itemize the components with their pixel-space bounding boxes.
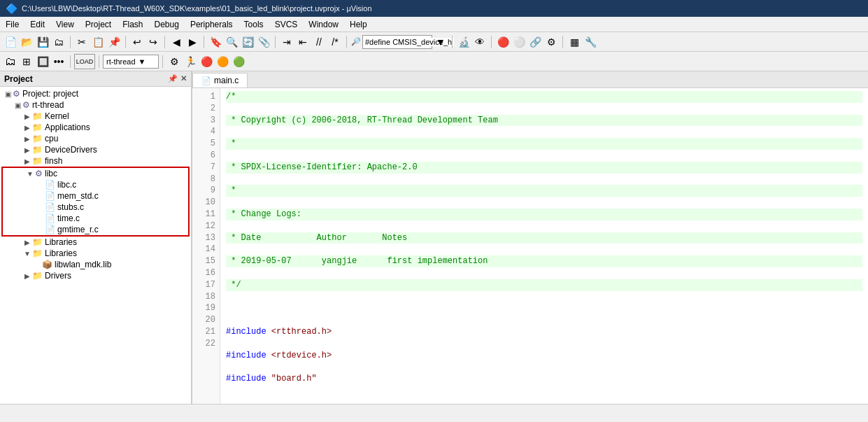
expand-kernel[interactable]: ▶ [22, 113, 32, 120]
expand-applications[interactable]: ▶ [22, 124, 32, 132]
expand-root[interactable]: ▣ [3, 90, 13, 98]
undo-btn[interactable]: ↩ [129, 34, 145, 50]
save-all-btn[interactable]: 🗂 [51, 34, 66, 50]
tree-gmtime-r-c[interactable]: 📄 gmtime_r.c [3, 224, 188, 235]
tree-stubs-c[interactable]: 📄 stubs.c [3, 202, 188, 213]
save-btn[interactable]: 💾 [35, 34, 50, 50]
menu-svcs[interactable]: SVCS [269, 18, 304, 31]
tab-main-c[interactable]: 📄 main.c [192, 73, 248, 87]
download-btn[interactable]: 🔗 [527, 34, 543, 50]
tree-finsh-label: finsh [45, 156, 62, 166]
build-target-dropdown[interactable]: rt-thread ▼ [103, 55, 159, 69]
tree-root[interactable]: ▣ ⚙ Project: project [0, 88, 191, 99]
tree-libwlan[interactable]: 📦 libwlan_mdk.lib [0, 259, 191, 270]
grid-btn[interactable]: ⊞ [19, 54, 34, 69]
new-file-btn[interactable]: 📄 [3, 34, 18, 50]
toolbar-edit-group: ✂ 📋 📌 [74, 34, 122, 50]
menu-window[interactable]: Window [303, 18, 344, 31]
pin-icon[interactable]: 📌 [168, 74, 178, 83]
tree-mem-std-c[interactable]: 📄 mem_std.c [3, 190, 188, 202]
watch-btn[interactable]: 👁 [472, 34, 488, 50]
settings-btn[interactable]: ⚙ [543, 34, 559, 50]
tree-stubs-label: stubs.c [57, 202, 84, 212]
menu-project[interactable]: Project [80, 18, 117, 31]
menu-file[interactable]: File [0, 18, 24, 31]
uncomment-btn[interactable]: /* [327, 34, 343, 50]
tree-rtthread[interactable]: ▣ ⚙ rt-thread [0, 99, 191, 111]
open-btn[interactable]: 📂 [19, 34, 34, 50]
copy-btn[interactable]: 📋 [90, 34, 106, 50]
tree-drivers[interactable]: ▶ 📁 Drivers [0, 270, 191, 281]
window-btn[interactable]: ▦ [567, 34, 582, 50]
load-btn[interactable]: LOAD [74, 54, 95, 69]
replace-btn[interactable]: 🔄 [240, 34, 255, 50]
config-btn[interactable]: ⚙ [166, 54, 182, 69]
redo-btn[interactable]: ↪ [145, 34, 161, 50]
root-gear-icon: ⚙ [13, 89, 20, 99]
build-btn[interactable]: 🔴 [495, 34, 511, 50]
define-search-btn[interactable]: ▼ [433, 34, 448, 50]
tree-libc-c[interactable]: 📄 libc.c [3, 179, 188, 190]
expand-rtthread[interactable]: ▣ [13, 101, 22, 109]
finsh-folder-icon: 📁 [32, 156, 43, 166]
kernel-folder-icon: 📁 [32, 111, 43, 121]
wrench-btn[interactable]: 🔧 [583, 34, 598, 50]
debug-target-btn[interactable]: 🔴 [199, 54, 214, 69]
libraries2-folder-icon: 📁 [32, 248, 43, 258]
tree-libc[interactable]: ▼ ⚙ libc [3, 168, 188, 179]
expand-cpu[interactable]: ▶ [22, 135, 32, 143]
tree-finsh[interactable]: ▶ 📁 finsh [0, 155, 191, 167]
define-search-box[interactable] [362, 35, 432, 49]
nav-btn[interactable]: 📎 [256, 34, 271, 50]
drivers-folder-icon: 📁 [32, 271, 43, 281]
indent-btn[interactable]: ⇥ [279, 34, 294, 50]
run-target-btn[interactable]: 🏃 [183, 54, 198, 69]
paste-btn[interactable]: 📌 [106, 34, 122, 50]
menu-flash[interactable]: Flash [117, 18, 148, 31]
menu-debug[interactable]: Debug [149, 18, 185, 31]
tree-time-c[interactable]: 📄 time.c [3, 213, 188, 224]
expand-finsh[interactable]: ▶ [22, 157, 32, 165]
outdent-btn[interactable]: ⇤ [295, 34, 311, 50]
bullet-btn[interactable]: ••• [51, 54, 66, 69]
expand-libraries2[interactable]: ▼ [22, 250, 32, 258]
tree-libraries1[interactable]: ▶ 📁 Libraries [0, 237, 191, 248]
project-icon-btn[interactable]: 🗂 [3, 54, 18, 69]
close-panel-icon[interactable]: ✕ [180, 74, 187, 83]
menu-edit[interactable]: Edit [24, 18, 50, 31]
expand-devicedrivers[interactable]: ▶ [22, 146, 32, 154]
comment-btn[interactable]: // [311, 34, 327, 50]
stop-target-btn[interactable]: 🟠 [215, 54, 230, 69]
chip-btn[interactable]: 🔲 [35, 54, 50, 69]
stop-btn[interactable]: ⚪ [511, 34, 527, 50]
panel-title: Project [4, 74, 33, 84]
tree-device-drivers[interactable]: ▶ 📁 DeviceDrivers [0, 144, 191, 155]
inspect-btn[interactable]: 🔬 [456, 34, 471, 50]
fwd-btn[interactable]: ▶ [185, 34, 200, 50]
expand-drivers[interactable]: ▶ [22, 272, 32, 280]
expand-libraries1[interactable]: ▶ [22, 239, 32, 246]
find-btn[interactable]: 🔍 [224, 34, 239, 50]
menu-peripherals[interactable]: Peripherals [185, 18, 239, 31]
code-content[interactable]: /* * Copyright (c) 2006-2018, RT-Thread … [220, 88, 868, 404]
tree-kernel-label: Kernel [45, 111, 69, 121]
menu-help[interactable]: Help [344, 18, 373, 31]
sep5 [275, 36, 276, 48]
tree-devicedrivers-label: DeviceDrivers [45, 145, 97, 155]
stubs-file-icon: 📄 [45, 202, 55, 212]
menu-view[interactable]: View [50, 18, 80, 31]
back-btn[interactable]: ◀ [169, 34, 184, 50]
tab-file-icon: 📄 [201, 76, 211, 85]
tree-kernel[interactable]: ▶ 📁 Kernel [0, 111, 191, 122]
menu-tools[interactable]: Tools [239, 18, 269, 31]
tree-libraries2[interactable]: ▼ 📁 Libraries [0, 248, 191, 259]
flash-target-btn[interactable]: 🟢 [231, 54, 246, 69]
expand-libc[interactable]: ▼ [25, 170, 35, 178]
bookmark-btn[interactable]: 🔖 [208, 34, 223, 50]
toolbar-nav-group: ◀ ▶ [169, 34, 200, 50]
tree-applications[interactable]: ▶ 📁 Applications [0, 122, 191, 133]
app-icon: 🔷 [6, 3, 17, 14]
tree-cpu[interactable]: ▶ 📁 cpu [0, 133, 191, 144]
code-editor[interactable]: 123 456 789 101112 131415 161718 192021 … [192, 88, 868, 404]
cut-btn[interactable]: ✂ [74, 34, 90, 50]
